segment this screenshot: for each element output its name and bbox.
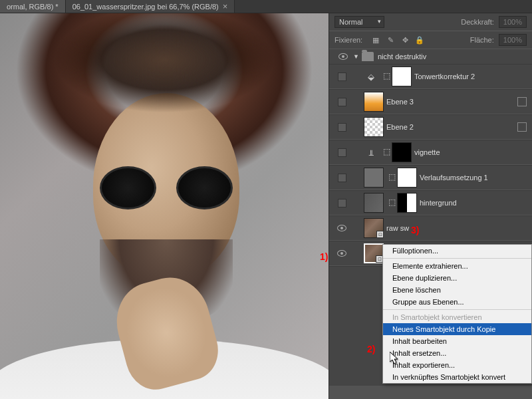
mask-thumbnail[interactable]: [397, 193, 417, 213]
link-icon: ⬚: [388, 198, 396, 208]
menu-convert-linked-smart-object[interactable]: In verknüpftes Smartobjekt konvert: [383, 371, 531, 383]
layer-row[interactable]: Ebene 2: [329, 114, 532, 140]
layer-name[interactable]: raw sw: [386, 224, 529, 232]
menu-duplicate-layer[interactable]: Ebene duplizieren...: [383, 272, 531, 284]
tab-inactive[interactable]: 06_01_wasserspritzer.jpg bei 66,7% (RGB/…: [66, 0, 235, 13]
eye-icon[interactable]: [337, 250, 346, 257]
menu-replace-contents[interactable]: Inhalt ersetzen...: [383, 347, 531, 359]
visibility-toggle[interactable]: [338, 72, 346, 81]
layer-name[interactable]: vignette: [414, 148, 529, 156]
disclosure-icon[interactable]: ▼: [353, 53, 359, 60]
visibility-toggle[interactable]: [338, 174, 346, 182]
panel-header: Normal Deckkraft: 100%: [329, 13, 532, 31]
layer-name[interactable]: Ebene 2: [386, 123, 517, 131]
adj-thumbnail[interactable]: [364, 168, 384, 188]
menu-extract-elements[interactable]: Elemente extrahieren...: [383, 260, 531, 272]
close-icon[interactable]: ×: [223, 1, 228, 11]
tab-label: 06_01_wasserspritzer.jpg bei 66,7% (RGB/…: [72, 3, 219, 11]
layer-name[interactable]: hintergrund: [420, 199, 529, 207]
layer-group[interactable]: ▼ nicht destruktiv: [329, 49, 532, 64]
layer-name[interactable]: Verlaufsumsetzung 1: [420, 174, 529, 182]
lock-position-icon[interactable]: ✥: [400, 35, 410, 45]
layer-thumbnail[interactable]: ⊡: [364, 218, 384, 238]
opacity-label: Deckkraft:: [461, 18, 494, 26]
layer-thumbnail[interactable]: ⊡: [364, 243, 384, 263]
curves-icon: ⫫: [364, 146, 378, 158]
mask-thumbnail[interactable]: [397, 168, 417, 188]
layer-row[interactable]: ⬚ Verlaufsumsetzung 1: [329, 165, 532, 190]
eye-icon[interactable]: [338, 53, 348, 60]
mask-thumbnail[interactable]: [392, 66, 412, 86]
lock-row: Fixieren: ▦ ✎ ✥ 🔒 Fläche: 100%: [329, 31, 532, 49]
menu-new-smart-object-via-copy[interactable]: Neues Smartobjekt durch Kopie: [383, 323, 531, 335]
layer-name[interactable]: Tonwertkorrektur 2: [414, 72, 529, 80]
levels-icon: ⬙: [364, 70, 378, 82]
link-icon: ⬚: [382, 147, 390, 158]
folder-icon: [362, 52, 374, 61]
blend-mode-dropdown[interactable]: Normal: [334, 16, 384, 28]
opacity-value[interactable]: 100%: [499, 16, 527, 28]
layer-badge-icon: [517, 97, 527, 106]
link-icon: ⬚: [388, 172, 396, 183]
canvas-area[interactable]: [0, 13, 329, 399]
layer-thumbnail[interactable]: [364, 117, 384, 137]
context-menu: Fülloptionen... Elemente extrahieren... …: [382, 244, 532, 384]
link-icon: ⬚: [382, 71, 390, 82]
tab-label: ormal, RGB/8) *: [7, 3, 59, 11]
tab-active[interactable]: ormal, RGB/8) *: [0, 0, 66, 13]
lock-all-icon[interactable]: 🔒: [414, 35, 425, 45]
lock-transparency-icon[interactable]: ▦: [370, 35, 381, 45]
menu-delete-layer[interactable]: Ebene löschen: [383, 284, 531, 296]
canvas-image: [0, 13, 329, 399]
layer-thumbnail[interactable]: [364, 92, 384, 112]
lock-pixels-icon[interactable]: ✎: [385, 35, 396, 45]
fill-label: Fläche:: [470, 36, 494, 44]
layer-thumbnail[interactable]: [364, 193, 384, 213]
lock-label: Fixieren:: [334, 36, 362, 44]
visibility-toggle[interactable]: [338, 148, 346, 157]
eye-icon[interactable]: [337, 225, 346, 231]
smart-object-badge-icon: ⊡: [376, 231, 384, 238]
menu-convert-smart-object: In Smartobjekt konvertieren: [383, 311, 531, 323]
visibility-toggle[interactable]: [338, 199, 346, 207]
menu-separator: [383, 258, 531, 259]
visibility-toggle[interactable]: [338, 123, 346, 132]
layer-badge-icon: [517, 122, 527, 132]
fill-value[interactable]: 100%: [499, 34, 527, 46]
document-tabs: ormal, RGB/8) * 06_01_wasserspritzer.jpg…: [0, 0, 532, 13]
group-name[interactable]: nicht destruktiv: [378, 53, 528, 61]
layer-name[interactable]: Ebene 3: [386, 98, 517, 106]
menu-edit-contents[interactable]: Inhalt bearbeiten: [383, 335, 531, 347]
menu-fill-options[interactable]: Fülloptionen...: [383, 245, 531, 257]
mask-thumbnail[interactable]: [392, 142, 412, 162]
layer-row[interactable]: ⫫ ⬚ vignette: [329, 140, 532, 165]
menu-separator: [383, 309, 531, 310]
layer-row[interactable]: ⊡ raw sw: [329, 215, 532, 241]
menu-export-contents[interactable]: Inhalt exportieren...: [383, 359, 531, 371]
layer-row[interactable]: Ebene 3: [329, 89, 532, 114]
layer-row[interactable]: ⬙ ⬚ Tonwertkorrektur 2: [329, 64, 532, 89]
visibility-toggle[interactable]: [338, 98, 346, 106]
layer-row[interactable]: ⬚ hintergrund: [329, 190, 532, 215]
menu-group-from-layers[interactable]: Gruppe aus Ebenen...: [383, 296, 531, 308]
